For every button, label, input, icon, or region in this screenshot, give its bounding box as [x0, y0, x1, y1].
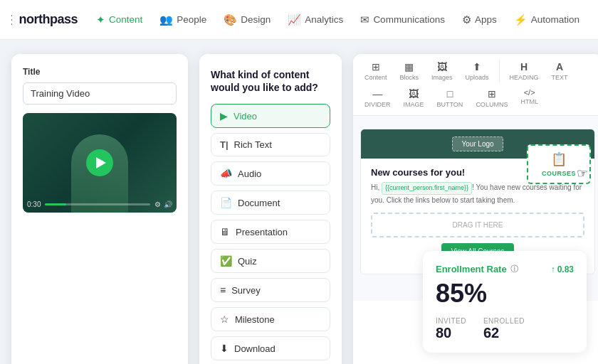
content-icon: ✦ [96, 14, 105, 26]
personalization-tag: {{current_person.first_name}} [382, 182, 472, 195]
tool-button[interactable]: □ BUTTON [431, 85, 469, 111]
blocks-tool-icon: ▦ [404, 61, 414, 73]
analytics-card: Enrollment Rate ⓘ ↑ 0.83 85% INVITED 80 … [423, 251, 587, 353]
nav-item-design[interactable]: 🎨 Design [216, 9, 278, 31]
image-tool-icon: 🖼 [409, 88, 419, 100]
enrolled-label: ENROLLED [483, 317, 525, 325]
tool-uploads[interactable]: ⬆ Uploads [460, 58, 495, 84]
text-tool-icon: A [556, 61, 563, 73]
tool-columns[interactable]: ⊞ COLUMNS [470, 85, 513, 111]
invited-value: 80 [436, 325, 466, 341]
download-option-icon: ⬇ [220, 343, 229, 354]
picker-option-video[interactable]: ▶ Video [211, 104, 330, 128]
invited-stat: INVITED 80 [436, 317, 466, 341]
picker-option-download[interactable]: ⬇ Download [211, 336, 330, 360]
drag-drop-zone[interactable]: DRAG IT HERE [371, 213, 584, 237]
tool-divider[interactable]: — DIVIDER [359, 85, 397, 111]
automation-icon: ⚡ [514, 14, 528, 26]
builder-toolbar: ⊞ Content ▦ Blocks 🖼 Images ⬆ Uploads H … [353, 54, 598, 116]
email-logo: Your Logo [452, 136, 503, 151]
analytics-delta: ↑ 0.83 [551, 264, 574, 274]
richtext-option-icon: T| [220, 139, 229, 150]
html-tool-icon: </> [524, 88, 535, 97]
video-progress-bar[interactable] [45, 203, 150, 205]
nav-item-analytics[interactable]: 📈 Analytics [280, 9, 350, 31]
picker-option-milestone[interactable]: ☆ Milestone [211, 307, 330, 331]
divider-tool-icon: — [372, 88, 382, 100]
play-button[interactable] [86, 149, 113, 176]
nav-item-people[interactable]: 👥 People [152, 9, 214, 31]
nav-item-communications[interactable]: ✉ Communications [353, 9, 452, 31]
picker-option-richtext[interactable]: T| Rich Text [211, 133, 330, 156]
navbar: northpass ✦ Content 👥 People 🎨 Design 📈 … [0, 0, 598, 40]
tool-image[interactable]: 🖼 IMAGE [398, 85, 430, 111]
presentation-option-icon: 🖥 [220, 226, 230, 237]
button-tool-icon: □ [447, 88, 453, 100]
content-tool-icon: ⊞ [372, 61, 380, 73]
nav-item-content[interactable]: ✦ Content [89, 9, 150, 31]
title-input[interactable] [23, 82, 177, 105]
enrollment-percentage: 85% [436, 279, 574, 309]
images-tool-icon: 🖼 [437, 61, 447, 73]
video-time: 0:30 [27, 200, 41, 208]
video-progress-fill [45, 203, 66, 205]
courses-widget-icon: 📋 [533, 151, 585, 167]
settings-icon[interactable]: ⚙ [154, 200, 161, 208]
tool-content[interactable]: ⊞ Content [359, 58, 393, 84]
analytics-header: Enrollment Rate ⓘ ↑ 0.83 [436, 264, 574, 274]
email-body-text: Hi, {{current_person.first_name}}! You h… [371, 182, 584, 205]
enrolled-stat: ENROLLED 62 [483, 317, 525, 341]
heading-tool-icon: H [520, 61, 528, 73]
picker-title: What kind of content would you like to a… [211, 68, 330, 94]
milestone-option-icon: ☆ [220, 314, 229, 325]
analytics-stats-row: INVITED 80 ENROLLED 62 [436, 317, 574, 341]
survey-option-icon: ≡ [220, 284, 226, 296]
columns-tool-icon: ⊞ [488, 88, 496, 100]
tool-images[interactable]: 🖼 Images [426, 58, 458, 84]
invited-label: INVITED [436, 317, 466, 325]
picker-option-survey[interactable]: ≡ Survey [211, 278, 330, 302]
audio-option-icon: 📣 [220, 168, 232, 179]
people-icon: 👥 [159, 14, 173, 26]
trend-up-icon: ↑ [551, 264, 555, 274]
tool-text[interactable]: A TEXT [546, 58, 574, 84]
content-picker-card: What kind of content would you like to a… [199, 54, 342, 364]
app-logo: northpass [19, 12, 78, 27]
tool-blocks[interactable]: ▦ Blocks [394, 58, 425, 84]
volume-icon[interactable]: 🔊 [164, 200, 172, 208]
analytics-icon: 📈 [288, 14, 301, 26]
video-control-icons: ⚙ 🔊 [154, 200, 172, 208]
picker-option-document[interactable]: 📄 Document [211, 191, 330, 215]
cursor-hand-icon: ☞ [577, 166, 588, 181]
design-icon: 🎨 [224, 14, 237, 26]
tool-html[interactable]: </> HTML [515, 85, 544, 111]
document-option-icon: 📄 [220, 197, 232, 208]
nav-item-automation[interactable]: ⚡ Automation [507, 9, 587, 31]
apps-icon: ⚙ [462, 14, 471, 26]
nav-item-apps[interactable]: ⚙ Apps [455, 9, 504, 31]
video-option-icon: ▶ [220, 110, 228, 122]
communications-icon: ✉ [360, 14, 369, 26]
title-label: Title [23, 67, 177, 77]
analytics-title: Enrollment Rate ⓘ [436, 264, 518, 274]
video-card: Title 0:30 ⚙ 🔊 [11, 54, 188, 364]
enrolled-value: 62 [483, 325, 525, 341]
video-controls: 0:30 ⚙ 🔊 [27, 200, 172, 208]
uploads-tool-icon: ⬆ [473, 61, 481, 73]
info-icon[interactable]: ⓘ [510, 264, 518, 274]
picker-option-quiz[interactable]: ✅ Quiz [211, 249, 330, 273]
tool-heading[interactable]: H HEADING [504, 58, 545, 84]
picker-option-audio[interactable]: 📣 Audio [211, 161, 330, 186]
video-thumbnail: 0:30 ⚙ 🔊 [23, 113, 177, 213]
picker-option-presentation[interactable]: 🖥 Presentation [211, 220, 330, 244]
quiz-option-icon: ✅ [220, 255, 232, 267]
